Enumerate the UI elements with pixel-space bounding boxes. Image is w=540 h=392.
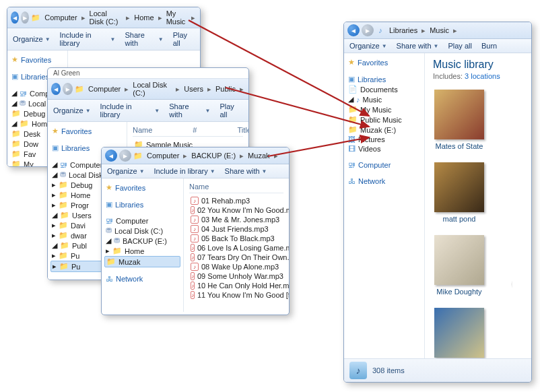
- tree-item-music[interactable]: ◢♪Music: [347, 94, 421, 104]
- list-item[interactable]: ♪10 He Can Only Hold Her.mp: [189, 281, 283, 290]
- breadcrumb-segment[interactable]: Home: [133, 13, 155, 22]
- breadcrumb-segment[interactable]: Computer: [87, 85, 122, 93]
- address-bar[interactable]: ◄ ► 📁 Computer▸ Local Disk (C:)▸ Users▸ …: [48, 79, 248, 100]
- column-name[interactable]: Name: [133, 126, 152, 134]
- column-name[interactable]: Name: [189, 183, 209, 191]
- breadcrumb-segment[interactable]: Music: [428, 26, 450, 34]
- chevron-down-icon: ▼: [210, 168, 215, 174]
- album-item[interactable]: Mike Doughty: [433, 235, 485, 296]
- back-button[interactable]: ◄: [347, 24, 360, 36]
- list-item[interactable]: ♪03 Me & Mr. Jones.mp3: [189, 215, 283, 224]
- breadcrumb-segment[interactable]: Computer: [145, 152, 180, 160]
- share-with-menu[interactable]: Share with▼: [225, 167, 267, 175]
- explorer-window-muzak[interactable]: ◄ ► 📁 Computer▸ BACKUP (E:)▸ Muzak▸ Orga…: [101, 147, 290, 315]
- chevron-down-icon: ▼: [205, 108, 211, 114]
- address-bar[interactable]: ◄ ► ♪ Libraries▸ Music▸: [344, 22, 531, 39]
- network-heading[interactable]: 🖧Network: [104, 274, 180, 284]
- breadcrumb-segment[interactable]: Computer: [43, 13, 78, 22]
- organize-menu[interactable]: Organize▼: [349, 42, 387, 50]
- play-all-button[interactable]: Play all: [173, 31, 195, 47]
- libraries-heading[interactable]: ▣Libraries: [104, 199, 180, 209]
- favorites-heading[interactable]: ★Favorites: [104, 183, 180, 193]
- nav-pane: ★Favorites ▣Libraries 🖳Computer ⛃Local D…: [102, 178, 184, 312]
- favorites-heading[interactable]: ★Favorites: [10, 55, 65, 65]
- breadcrumb-segment[interactable]: Local Disk (C:): [131, 81, 173, 97]
- libraries-icon: ▣: [52, 143, 59, 152]
- address-bar[interactable]: ◄ ► 📁 Computer▸ Local Disk (C:)▸ Home▸ M…: [7, 7, 200, 28]
- folder-icon: 📁: [133, 151, 143, 160]
- column-number[interactable]: #: [193, 126, 197, 134]
- album-item[interactable]: Mates of State: [433, 90, 485, 150]
- play-all-button[interactable]: Play all: [220, 102, 243, 119]
- drive-icon: ⛃: [20, 99, 26, 108]
- audio-file-icon: ♪: [191, 206, 195, 214]
- list-item[interactable]: ♪05 Back To Black.mp3: [189, 234, 283, 243]
- music-library-icon: ♪: [376, 26, 385, 35]
- breadcrumb-segment[interactable]: BACKUP (E:): [190, 152, 237, 160]
- column-title[interactable]: Title: [237, 126, 248, 134]
- share-with-menu[interactable]: Share with▼: [125, 31, 163, 47]
- column-headers[interactable]: Name: [189, 183, 283, 193]
- column-headers[interactable]: Name # Title: [133, 126, 243, 137]
- organize-menu[interactable]: Organize▼: [53, 106, 91, 115]
- tree-item-pictures[interactable]: 🖼Pictures: [347, 135, 421, 144]
- locations-link[interactable]: 3 locations: [465, 72, 500, 80]
- folder-icon: 📁: [75, 84, 84, 94]
- breadcrumb-segment[interactable]: My Music: [165, 9, 189, 26]
- tree-item-videos[interactable]: 🎞Videos: [347, 144, 421, 154]
- breadcrumb-segment[interactable]: Public: [214, 85, 237, 93]
- network-heading[interactable]: 🖧Network: [347, 176, 421, 186]
- back-button[interactable]: ◄: [11, 11, 19, 24]
- list-item[interactable]: ♪06 Love Is A Losing Game.mp: [189, 243, 283, 253]
- share-with-menu[interactable]: Share with▼: [397, 42, 439, 50]
- tree-item[interactable]: 🖳Computer: [104, 216, 180, 226]
- address-bar[interactable]: ◄ ► 📁 Computer▸ BACKUP (E:)▸ Muzak▸: [102, 148, 289, 164]
- folder-icon: 📁: [112, 247, 122, 255]
- tree-item-selected[interactable]: 📁Muzak: [104, 256, 180, 267]
- list-item[interactable]: ♪04 Just Friends.mp3: [189, 224, 283, 234]
- folder-icon: 📁: [11, 150, 21, 158]
- favorites-heading[interactable]: ★Favorites: [50, 126, 124, 136]
- tree-item-mymusic[interactable]: 📁My Music: [347, 104, 421, 115]
- explorer-window-music-library[interactable]: ◄ ► ♪ Libraries▸ Music▸ Organize▼ Share …: [343, 22, 532, 383]
- tree-item-muzak[interactable]: 📁Muzak (E:): [347, 125, 421, 135]
- play-all-button[interactable]: Play all: [448, 42, 471, 50]
- list-item[interactable]: ♪08 Wake Up Alone.mp3: [189, 262, 283, 271]
- chevron-down-icon: ▼: [110, 36, 116, 42]
- album-item[interactable]: matt pond: [433, 162, 485, 223]
- breadcrumb-segment[interactable]: Libraries: [388, 26, 419, 34]
- organize-menu[interactable]: Organize▼: [13, 35, 50, 43]
- back-button[interactable]: ◄: [105, 150, 117, 162]
- chevron-down-icon: ▼: [154, 108, 160, 114]
- burn-button[interactable]: Burn: [481, 42, 497, 50]
- list-item[interactable]: ♪02 You Know I'm No Good.m: [189, 205, 283, 215]
- computer-heading[interactable]: 🖳Computer: [347, 160, 421, 170]
- breadcrumb-segment[interactable]: Muzak: [246, 152, 271, 160]
- back-button[interactable]: ◄: [51, 83, 61, 95]
- breadcrumb-segment[interactable]: Local Disk (C:): [88, 9, 124, 26]
- tree-item[interactable]: ⛃Local Disk (C:): [104, 226, 180, 236]
- tree-item-publicmusic[interactable]: 📁Public Music: [347, 115, 421, 125]
- status-bar: ♪ 308 items: [344, 358, 531, 382]
- folder-icon: 📁: [59, 201, 68, 209]
- tree-item-documents[interactable]: 📄Documents: [347, 84, 421, 94]
- favorites-heading[interactable]: ★Favorites: [347, 57, 421, 67]
- include-in-library-menu[interactable]: Include in library▼: [100, 102, 160, 119]
- list-item[interactable]: ♪09 Some Unholy War.mp3: [189, 271, 283, 281]
- include-in-library-menu[interactable]: Include in library▼: [60, 31, 116, 47]
- list-item[interactable]: ♪11 You Know I'm No Good [f: [189, 290, 283, 300]
- list-item[interactable]: ♪07 Tears Dry On Their Own.m: [189, 253, 283, 262]
- list-item[interactable]: ♪01 Rehab.mp3: [189, 196, 283, 205]
- nav-pane: ★Favorites ▣Libraries 📄Documents ◢♪Music…: [344, 53, 425, 360]
- file-name: 11 You Know I'm No Good [f: [197, 291, 289, 299]
- tree-item[interactable]: ◢⛃BACKUP (E:): [104, 236, 180, 246]
- breadcrumb-segment[interactable]: Users: [182, 85, 205, 93]
- chevron-down-icon: ▼: [434, 43, 439, 49]
- libraries-heading[interactable]: ▣Libraries: [347, 74, 421, 84]
- library-content[interactable]: Music library Includes: 3 locations Mate…: [425, 53, 531, 360]
- share-with-menu[interactable]: Share with▼: [169, 102, 210, 119]
- organize-menu[interactable]: Organize▼: [107, 167, 145, 175]
- include-in-library-menu[interactable]: Include in library▼: [154, 167, 215, 175]
- file-list[interactable]: Name ♪01 Rehab.mp3♪02 You Know I'm No Go…: [184, 178, 289, 312]
- tree-item[interactable]: ▸📁Home: [104, 246, 180, 256]
